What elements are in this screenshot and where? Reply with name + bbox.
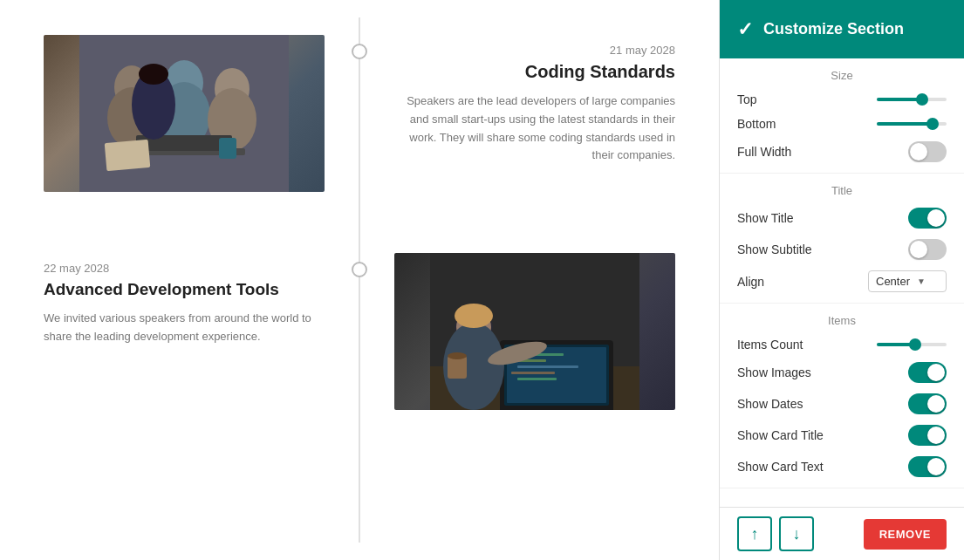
top-slider[interactable] [877,98,947,101]
move-up-button[interactable]: ↑ [737,516,772,551]
move-down-button[interactable]: ↓ [779,516,814,551]
image-box-1 [44,35,325,192]
size-label: Size [737,69,947,82]
remove-button[interactable]: REMOVE [864,519,947,550]
customize-panel: ✓ Customize Section Size Top Bottom Full… [719,0,964,560]
timeline-dot-1 [352,44,367,59]
item-title-2: Advanced Development Tools [44,280,325,299]
bottom-slider[interactable] [877,122,947,126]
show-card-title-label: Show Card Title [737,428,824,442]
title-section-label: Title [737,184,947,197]
timeline-item-2: 22 may 2028 Advanced Development Tools W… [0,236,719,427]
item-image-2 [359,253,719,410]
show-subtitle-label: Show Subtitle [737,242,812,256]
align-control: Align Center ▼ [737,270,947,292]
show-dates-control: Show Dates [737,393,947,414]
items-section: Items Items Count Show Images Show Dates [720,304,964,488]
align-dropdown[interactable]: Center ▼ [868,270,947,292]
item-date-2: 22 may 2028 [44,262,325,275]
svg-rect-9 [219,138,236,159]
dropdown-arrow-icon: ▼ [917,277,926,286]
show-subtitle-toggle[interactable] [908,239,947,260]
show-card-title-toggle[interactable] [908,425,947,446]
top-control: Top [737,92,947,106]
svg-rect-10 [105,140,151,171]
items-count-slider[interactable] [877,343,947,346]
timeline-item-1: 21 may 2028 Coding Standards Speakers ar… [0,17,719,209]
full-width-toggle[interactable] [908,141,947,162]
full-width-control: Full Width [737,141,947,162]
panel-footer: ↑ ↓ REMOVE [720,507,964,560]
show-images-control: Show Images [737,362,947,383]
items-count-label: Items Count [737,338,803,352]
item-date-1: 21 may 2028 [394,44,675,57]
panel-title: Customize Section [763,20,904,38]
show-title-label: Show Title [737,211,794,225]
show-subtitle-control: Show Subtitle [737,239,947,260]
item-text-2: 22 may 2028 Advanced Development Tools W… [0,253,359,346]
show-title-control: Show Title [737,208,947,229]
item-title-1: Coding Standards [394,62,675,82]
svg-rect-23 [517,378,557,380]
items-count-control: Items Count [737,338,947,352]
show-card-text-label: Show Card Text [737,460,824,474]
bottom-label: Bottom [737,117,776,131]
item-desc-2: We invited various speakers from around … [44,310,325,346]
svg-point-13 [139,64,168,85]
panel-header: ✓ Customize Section [720,0,964,58]
show-card-text-control: Show Card Text [737,456,947,477]
top-label: Top [737,92,757,106]
show-images-label: Show Images [737,365,811,379]
show-card-title-control: Show Card Title [737,425,947,446]
align-value: Center [876,275,910,288]
item-text-1: 21 may 2028 Coding Standards Speakers ar… [359,35,719,165]
svg-rect-21 [517,365,578,368]
full-width-label: Full Width [737,145,791,159]
timeline-dot-2 [352,262,367,277]
show-title-toggle[interactable] [908,208,947,229]
show-dates-label: Show Dates [737,397,803,411]
title-section: Title Show Title Show Subtitle Align Cen… [720,174,964,304]
svg-rect-22 [511,372,555,374]
size-section: Size Top Bottom Full Width [720,58,964,174]
svg-point-30 [448,352,467,359]
bottom-control: Bottom [737,117,947,131]
main-content: 21 may 2028 Coding Standards Speakers ar… [0,0,719,560]
image-box-2 [394,253,675,410]
item-image-1 [0,35,359,192]
show-dates-toggle[interactable] [908,393,947,414]
check-icon: ✓ [737,18,753,41]
show-images-toggle[interactable] [908,362,947,383]
align-label: Align [737,275,764,289]
show-card-text-toggle[interactable] [908,456,947,477]
items-section-label: Items [737,314,947,327]
item-desc-1: Speakers are the lead developers of larg… [394,92,675,165]
svg-point-27 [455,304,493,328]
